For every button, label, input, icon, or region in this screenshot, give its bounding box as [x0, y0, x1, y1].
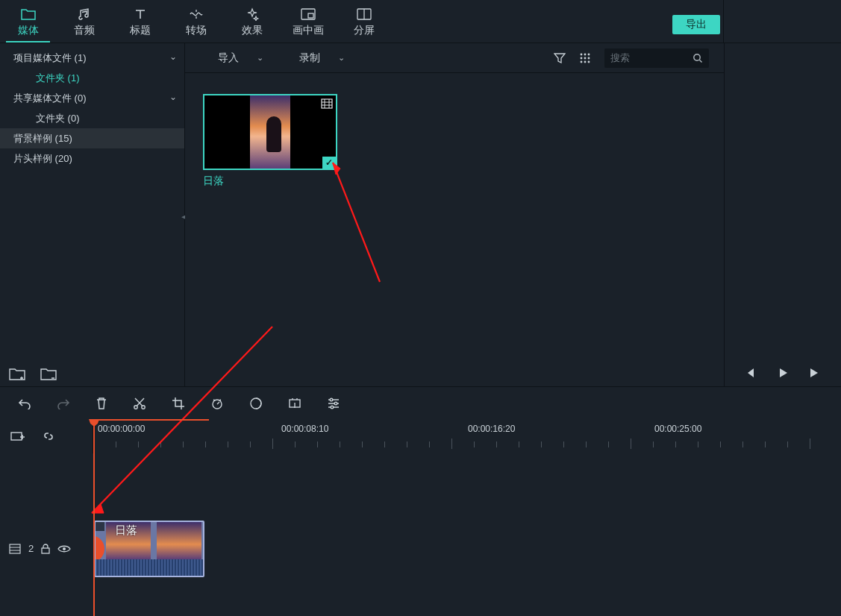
- redo-button[interactable]: [57, 397, 70, 409]
- tab-media[interactable]: 媒体: [0, 0, 56, 43]
- svg-point-12: [694, 54, 700, 60]
- search-icon: [693, 53, 703, 63]
- import-label: 导入: [218, 51, 239, 65]
- add-track-button[interactable]: [10, 430, 25, 442]
- media-library-sidebar: 项目媒体文件 (1) ⌄ 文件夹 (1) 共享媒体文件 (0) ⌄ 文件夹 (0…: [0, 43, 185, 386]
- sidebar-item-background-samples[interactable]: 背景样例 (15): [0, 128, 184, 148]
- sidebar-item-label: 片头样例 (20): [13, 152, 72, 166]
- new-folder-button[interactable]: [9, 367, 25, 380]
- filmstrip-icon: [321, 98, 333, 109]
- chevron-down-icon: ⌄: [257, 53, 263, 63]
- svg-point-11: [588, 60, 590, 63]
- track-body[interactable]: 日落: [93, 517, 841, 580]
- track-index: 2: [28, 543, 34, 554]
- svg-rect-27: [10, 544, 20, 553]
- sidebar-item-label: 文件夹 (0): [36, 112, 80, 125]
- green-screen-button[interactable]: [288, 397, 301, 410]
- svg-point-5: [588, 53, 590, 55]
- sidebar-item-label: 文件夹 (1): [36, 72, 80, 85]
- sidebar-item-folder-1[interactable]: 文件夹 (1): [0, 68, 184, 88]
- svg-point-10: [584, 60, 587, 63]
- chevron-down-icon: ⌄: [169, 92, 177, 102]
- clip-thumbnail: [157, 522, 201, 559]
- link-button[interactable]: [42, 430, 55, 443]
- sparkle-icon: [246, 6, 259, 22]
- tab-audio-label: 音频: [74, 24, 95, 37]
- svg-rect-1: [308, 13, 313, 18]
- main-tabs: 媒体 音频 标题 转场 效果 画中画 分屏 导出: [0, 0, 841, 43]
- svg-rect-24: [11, 433, 22, 440]
- remove-folder-button[interactable]: [40, 367, 57, 380]
- sidebar-item-label: 背景样例 (15): [13, 132, 72, 145]
- timeline-clip[interactable]: 日落: [94, 521, 204, 577]
- sidebar-item-label: 共享媒体文件 (0): [13, 92, 87, 105]
- sidebar-item-shared-media[interactable]: 共享媒体文件 (0) ⌄: [0, 88, 184, 108]
- import-dropdown[interactable]: 导入 ⌄: [218, 51, 263, 65]
- eye-icon[interactable]: [57, 544, 71, 553]
- ruler-ticks: [93, 439, 841, 449]
- tab-effect-label: 效果: [242, 24, 263, 37]
- svg-point-17: [142, 405, 145, 408]
- tab-split[interactable]: 分屏: [336, 0, 392, 43]
- sidebar-item-intro-samples[interactable]: 片头样例 (20): [0, 148, 184, 169]
- tab-split-label: 分屏: [354, 24, 375, 37]
- svg-rect-28: [42, 548, 49, 553]
- svg-line-14: [333, 163, 380, 282]
- timestamp: 00:00:25:00: [654, 424, 701, 434]
- media-thumbnail[interactable]: ✓: [203, 94, 337, 170]
- tab-title-label: 标题: [130, 24, 151, 37]
- search-placeholder: 搜索: [610, 51, 630, 65]
- content-toolbar: 导入 ⌄ 录制 ⌄ 搜索: [185, 43, 724, 73]
- tab-audio[interactable]: 音频: [56, 0, 112, 43]
- filter-icon[interactable]: [554, 52, 566, 64]
- record-dropdown[interactable]: 录制 ⌄: [299, 51, 345, 65]
- lock-icon[interactable]: [41, 544, 50, 554]
- playhead-range: [93, 419, 209, 421]
- svg-point-16: [134, 405, 137, 408]
- tab-pip-label: 画中画: [293, 24, 324, 37]
- svg-point-9: [581, 60, 583, 63]
- tab-transition[interactable]: 转场: [168, 0, 224, 43]
- playhead[interactable]: [93, 419, 95, 616]
- svg-point-23: [331, 406, 334, 409]
- undo-button[interactable]: [18, 397, 31, 409]
- export-button[interactable]: 导出: [672, 15, 720, 34]
- timeline-toolbar: [0, 386, 841, 419]
- play-button[interactable]: [777, 367, 789, 379]
- tab-effect[interactable]: 效果: [224, 0, 280, 43]
- music-icon: [78, 6, 91, 22]
- speed-button[interactable]: [210, 397, 224, 410]
- media-item[interactable]: ✓ 日落: [203, 94, 337, 188]
- search-input[interactable]: 搜索: [604, 48, 709, 68]
- tab-media-label: 媒体: [18, 24, 39, 37]
- step-forward-button[interactable]: [808, 367, 820, 379]
- svg-rect-13: [322, 99, 332, 108]
- step-back-button[interactable]: [745, 367, 757, 379]
- record-label: 录制: [299, 51, 320, 65]
- track-header[interactable]: 2: [0, 517, 93, 580]
- grid-view-icon[interactable]: [579, 52, 591, 64]
- color-button[interactable]: [249, 397, 263, 410]
- svg-point-21: [330, 398, 333, 401]
- transition-icon: [189, 6, 204, 22]
- divider: [723, 0, 724, 43]
- splitscreen-icon: [357, 6, 372, 22]
- adjust-button[interactable]: [327, 397, 340, 409]
- clip-name: 日落: [115, 524, 137, 538]
- delete-button[interactable]: [96, 397, 107, 410]
- video-track: 2 日落: [0, 517, 841, 580]
- svg-point-6: [581, 57, 583, 59]
- svg-point-4: [584, 53, 587, 55]
- svg-point-3: [581, 53, 583, 55]
- crop-button[interactable]: [172, 397, 185, 410]
- pip-icon: [301, 6, 316, 22]
- tab-pip[interactable]: 画中画: [280, 0, 336, 43]
- sidebar-item-folder-0[interactable]: 文件夹 (0): [0, 108, 184, 128]
- timeline-body: 2 日落: [0, 453, 841, 616]
- cut-button[interactable]: [133, 397, 146, 410]
- timeline-ruler[interactable]: 00:00:00:00 00:00:08:10 00:00:16:20 00:0…: [93, 419, 841, 453]
- chevron-down-icon: ⌄: [338, 53, 345, 63]
- sidebar-item-project-media[interactable]: 项目媒体文件 (1) ⌄: [0, 48, 184, 68]
- tab-title[interactable]: 标题: [112, 0, 168, 43]
- folder-icon: [21, 6, 36, 22]
